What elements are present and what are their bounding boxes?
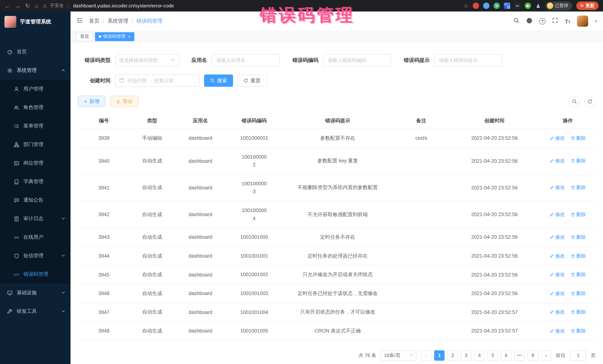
tab-error-code[interactable]: 错误码管理 × [95, 32, 134, 41]
page-button[interactable]: 1 [434, 350, 445, 361]
help-icon[interactable]: ? [539, 18, 545, 24]
toolbar-refresh-button[interactable] [584, 96, 596, 107]
proxy-on-extension-icon[interactable]: on [514, 3, 521, 9]
cell-app: dashboard [174, 201, 226, 228]
delete-link[interactable]: 删除 [571, 309, 586, 316]
back-icon[interactable]: ← [4, 3, 10, 9]
delete-link[interactable]: 删除 [571, 328, 586, 334]
reload-icon[interactable]: ↻ [25, 3, 30, 9]
sidebar-item-sms[interactable]: 短信管理 [0, 246, 70, 265]
tab-close-icon[interactable]: × [128, 34, 131, 39]
delete-link[interactable]: 删除 [571, 234, 586, 241]
export-button[interactable]: 导出 [110, 96, 139, 107]
sidebar-item-dictionary[interactable]: 字典管理 [0, 172, 70, 191]
error-code-input[interactable] [323, 54, 391, 66]
delete-link[interactable]: 删除 [571, 211, 586, 218]
delete-link[interactable]: 删除 [571, 271, 586, 278]
browser-update-button[interactable]: ↻ 更新 [576, 1, 599, 10]
page-button[interactable]: 6 [501, 350, 511, 361]
next-page-button[interactable]: › [541, 350, 551, 361]
sidebar-item-audit-logs[interactable]: 审计日志 [0, 210, 70, 228]
error-msg-input[interactable] [434, 54, 502, 66]
edit-link[interactable]: 修改 [550, 309, 565, 316]
sidebar-item-home[interactable]: 首页 [0, 43, 70, 61]
page-button[interactable]: 2 [448, 350, 458, 361]
vue-devtools-icon[interactable]: V [494, 3, 500, 9]
fullscreen-icon[interactable] [552, 17, 558, 25]
prev-page-button[interactable]: ‹ [421, 350, 431, 361]
delete-link[interactable]: 删除 [571, 157, 586, 164]
edit-link[interactable]: 修改 [550, 135, 565, 142]
app-name-input[interactable] [211, 54, 280, 66]
breadcrumb-system[interactable]: 系统管理 [108, 18, 128, 24]
edit-link[interactable]: 修改 [550, 253, 565, 259]
table-row: 3946 自动生成 dashboard 1001001003 定时任务已经处于该… [78, 284, 596, 303]
page-button[interactable]: 3 [461, 350, 471, 361]
edit-link[interactable]: 修改 [550, 184, 565, 191]
post-badge-icon [13, 160, 19, 166]
font-size-icon[interactable]: TT [565, 18, 570, 24]
sidebar-fold-icon[interactable] [76, 17, 83, 25]
avatar-caret-down-icon[interactable]: ▾ [595, 19, 597, 23]
edit-link[interactable]: 修改 [550, 157, 565, 164]
sidebar-item-error-codes[interactable]: </> 错误码管理 [0, 265, 70, 284]
cell-msg: CRON 表达式不正确 [282, 321, 393, 340]
browser-extension-icon-5[interactable]: ♟ [535, 3, 541, 9]
cell-id: 3941 [78, 174, 130, 201]
sidebar-item-system[interactable]: 系统管理 [0, 61, 70, 80]
page-content: 错误码类型 请选择错误码类型 应用名 错误码编码 [70, 42, 603, 364]
sidebar-item-devtools[interactable]: 研发工具 [0, 302, 70, 321]
breadcrumb-home[interactable]: 首页 [89, 18, 99, 24]
add-button[interactable]: + 新增 [78, 96, 105, 107]
cell-remark [393, 265, 449, 284]
range-separator: - [150, 78, 151, 83]
goto-page-input[interactable] [570, 350, 586, 361]
sidebar-item-roles[interactable]: 角色管理 [0, 98, 70, 117]
delete-link[interactable]: 删除 [571, 253, 586, 259]
bookmark-star-icon[interactable]: ☆ [464, 3, 469, 9]
user-avatar[interactable] [577, 16, 588, 27]
sidebar-item-departments[interactable]: 部门管理 [0, 135, 70, 154]
more-pages-button[interactable]: ••• [514, 350, 525, 361]
github-icon[interactable] [526, 17, 533, 25]
page-button[interactable]: 4 [474, 350, 485, 361]
create-time-range-picker[interactable]: 开始日期 - 结束日期 [115, 75, 200, 87]
app-logo[interactable]: 芋道管理系统 [0, 11, 70, 32]
home-icon[interactable]: ⌂ [35, 3, 38, 9]
search-button[interactable]: 搜索 [204, 75, 233, 87]
address-bar[interactable]: ⚠ 不安全 dashboard.yudao.iocoder.cn/system/… [43, 3, 459, 9]
page-button[interactable]: 8 [528, 350, 538, 361]
column-header-msg: 错误码提示 [282, 113, 393, 129]
sidebar-item-infrastructure[interactable]: 基础设施 [0, 284, 70, 302]
reset-button[interactable]: 重置 [237, 75, 267, 87]
header-search-icon[interactable] [513, 17, 520, 25]
delete-link[interactable]: 删除 [571, 184, 586, 191]
browser-extension-icon-4[interactable] [525, 3, 531, 9]
page-size-select[interactable]: 10条/页 [381, 350, 416, 361]
toolbar-search-toggle-button[interactable] [569, 96, 580, 107]
infra-icon [7, 290, 13, 296]
sidebar-item-notices[interactable]: 通知公告 [0, 191, 70, 210]
delete-link[interactable]: 删除 [571, 135, 586, 142]
start-date-placeholder: 开始日期 [127, 77, 147, 84]
sidebar-item-posts[interactable]: 岗位管理 [0, 154, 70, 172]
edit-link[interactable]: 修改 [550, 271, 565, 278]
browser-extension-icon-2[interactable] [483, 3, 489, 9]
delete-link-label: 删除 [576, 309, 586, 316]
sidebar-item-menus[interactable]: 菜单管理 [0, 117, 70, 135]
browser-extension-icon-1[interactable] [473, 3, 479, 9]
tab-home[interactable]: 首页 [76, 32, 93, 41]
browser-extension-icon-3[interactable] [504, 3, 510, 9]
edit-link[interactable]: 修改 [550, 234, 565, 241]
error-type-select[interactable]: 请选择错误码类型 [115, 54, 179, 66]
edit-link[interactable]: 修改 [550, 328, 565, 334]
sidebar-item-online-users[interactable]: 在线用户 [0, 228, 70, 246]
edit-link[interactable]: 修改 [550, 290, 565, 297]
delete-link[interactable]: 删除 [571, 290, 586, 297]
browser-profile-chip[interactable]: 已暂停 [545, 1, 572, 10]
edit-link[interactable]: 修改 [550, 211, 565, 218]
sidebar-item-users[interactable]: 用户管理 [0, 80, 70, 98]
forward-icon[interactable]: → [15, 3, 20, 9]
page-button[interactable]: 5 [487, 350, 498, 361]
url-text[interactable]: dashboard.yudao.iocoder.cn/system/error-… [73, 3, 174, 9]
